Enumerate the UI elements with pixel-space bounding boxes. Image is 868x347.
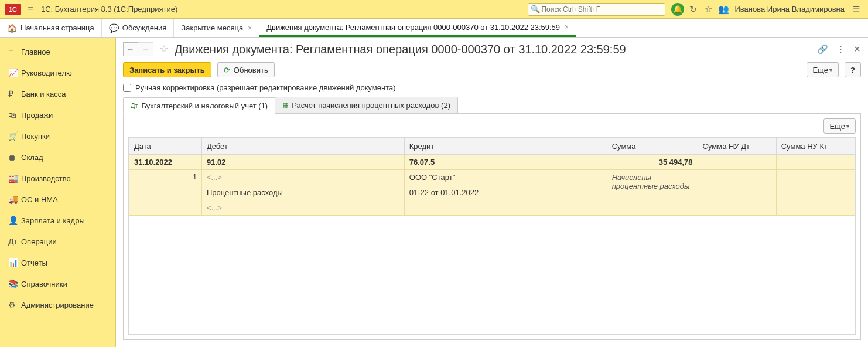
cell-blank [129, 200, 202, 216]
manual-edit-label: Ручная корректировка (разрешает редактир… [135, 83, 396, 92]
nav-back-button[interactable]: ← [123, 42, 138, 56]
favorite-toggle-icon[interactable]: ☆ [159, 43, 169, 56]
books-icon: 📚 [8, 279, 21, 288]
tab-label: Движения документа: Регламентная операци… [266, 23, 560, 32]
col-sum-nu-kt[interactable]: Сумма НУ Кт [776, 138, 855, 155]
sidebar-item-main[interactable]: ≡Главное [0, 41, 115, 62]
dtk-icon: Дт [131, 102, 138, 109]
sidebar-item-admin[interactable]: ⚙Администрирование [0, 294, 115, 315]
truck-icon: 🚚 [8, 195, 21, 204]
col-sum-nu-dt[interactable]: Сумма НУ Дт [698, 138, 776, 155]
link-icon[interactable]: 🔗 [817, 44, 828, 55]
subtabs: Дт Бухгалтерский и налоговый учет (1) ▦ … [123, 97, 861, 114]
search-input[interactable] [528, 3, 665, 16]
tab-home[interactable]: 🏠 Начальная страница [0, 19, 102, 37]
tab-document-movements[interactable]: Движения документа: Регламентная операци… [259, 19, 576, 37]
list-icon: ≡ [8, 47, 21, 56]
sidebar-item-operations[interactable]: ДтОперации [0, 231, 115, 252]
cell-blank [129, 185, 202, 200]
person-icon: 👤 [8, 216, 21, 225]
subtab-label: Бухгалтерский и налоговый учет (1) [142, 101, 268, 110]
cell-blank [404, 200, 607, 216]
refresh-button[interactable]: ⟳Обновить [217, 62, 275, 77]
panel: Еще Дата Дебет Кредит Сумма Сумма НУ Дт [123, 114, 861, 340]
refresh-label: Обновить [234, 66, 268, 74]
subtab-accounting[interactable]: Дт Бухгалтерский и налоговый учет (1) [123, 97, 275, 114]
tab-month-close[interactable]: Закрытие месяца × [174, 19, 259, 37]
gear-icon: ⚙ [8, 300, 21, 309]
cell-debit-acc: 91.02 [201, 155, 404, 170]
sidebar-item-sales[interactable]: 🛍Продажи [0, 104, 115, 125]
sidebar-item-label: Операции [21, 237, 57, 246]
sidebar-item-label: Зарплата и кадры [21, 216, 85, 225]
sidebar-item-label: Администрирование [21, 301, 94, 309]
cell-sum: 35 494,78 [607, 155, 698, 170]
grid-header-row: Дата Дебет Кредит Сумма Сумма НУ Дт Сумм… [129, 138, 855, 155]
grid-row[interactable]: 1 <...> ООО "Старт" Начислены процентные… [129, 170, 855, 185]
cell-debit-sub3: <...> [201, 200, 404, 216]
grid-icon: ▦ [8, 152, 21, 162]
cell-debit-sub1: <...> [201, 170, 404, 185]
sidebar-item-reports[interactable]: 📊Отчеты [0, 252, 115, 273]
global-search[interactable]: 🔍 [528, 3, 665, 16]
sidebar-item-hr[interactable]: 👤Зарплата и кадры [0, 210, 115, 231]
history-icon[interactable]: ↻ [685, 2, 700, 17]
col-date[interactable]: Дата [129, 138, 202, 155]
manual-edit-row: Ручная корректировка (разрешает редактир… [123, 83, 861, 92]
bag-icon: 🛍 [8, 110, 21, 120]
notifications-icon[interactable]: 🔔 [670, 2, 685, 17]
sidebar-item-warehouse[interactable]: ▦Склад [0, 147, 115, 168]
col-debit[interactable]: Дебет [201, 138, 404, 155]
subtab-label: Расчет начисления процентных расходов (2… [292, 101, 450, 110]
kebab-icon[interactable]: ⋮ [836, 44, 845, 55]
home-icon: 🏠 [7, 23, 17, 33]
current-user[interactable]: Иванова Ирина Владимировна [734, 5, 845, 13]
sidebar-item-catalogs[interactable]: 📚Справочники [0, 273, 115, 294]
panel-more-button[interactable]: Еще [823, 118, 856, 134]
save-close-button[interactable]: Записать и закрыть [123, 62, 211, 77]
favorite-icon[interactable]: ☆ [700, 2, 716, 17]
cell-credit-sub1: ООО "Старт" [404, 170, 607, 185]
titlebar: 1С ≡ 1С: Бухгалтерия 8.3 (1С:Предприятие… [0, 0, 868, 19]
table-icon: ▦ [282, 101, 288, 109]
panel-toolbar: Еще [128, 118, 856, 134]
tabstrip: 🏠 Начальная страница 💬 Обсуждения Закрыт… [0, 19, 868, 38]
more-button[interactable]: Еще [807, 62, 839, 77]
sidebar-item-label: Покупки [21, 132, 50, 141]
sidebar-item-label: Продажи [21, 111, 53, 120]
col-credit[interactable]: Кредит [404, 138, 607, 155]
dtk-icon: Дт [8, 237, 21, 246]
cell-line-no: 1 [129, 170, 202, 185]
users-icon[interactable]: 👥 [716, 2, 731, 17]
tab-discussions[interactable]: 💬 Обсуждения [102, 19, 175, 37]
toolbar: Записать и закрыть ⟳Обновить Еще ? [123, 62, 861, 77]
bars-icon: 📊 [8, 258, 21, 267]
main: ≡Главное 📈Руководителю ₽Банк и касса 🛍Пр… [0, 38, 868, 347]
sidebar-item-bank[interactable]: ₽Банк и касса [0, 83, 115, 104]
grid-row[interactable]: 31.10.2022 91.02 76.07.5 35 494,78 [129, 155, 855, 170]
cell-nu-dt [698, 155, 776, 170]
page-title: Движения документа: Регламентная операци… [175, 43, 626, 56]
sidebar-item-production[interactable]: 🏭Производство [0, 168, 115, 189]
close-icon[interactable]: × [565, 23, 569, 31]
help-button[interactable]: ? [845, 62, 861, 77]
ruble-icon: ₽ [8, 89, 21, 98]
manual-edit-checkbox[interactable] [123, 84, 131, 92]
cell-credit-sub2: 01-22 от 01.01.2022 [404, 185, 607, 200]
sidebar-item-label: Справочники [21, 280, 67, 288]
nav-forward-button[interactable]: → [138, 42, 153, 56]
sidebar-item-purchases[interactable]: 🛒Покупки [0, 125, 115, 147]
sidebar-item-label: Банк и касса [21, 90, 66, 98]
sidebar-item-label: Руководителю [21, 69, 72, 77]
window-menu-icon[interactable]: ☰ [848, 2, 863, 17]
menu-hamburger-icon[interactable]: ≡ [25, 4, 36, 15]
subtab-interest-calc[interactable]: ▦ Расчет начисления процентных расходов … [275, 97, 458, 113]
sidebar-item-assets[interactable]: 🚚ОС и НМА [0, 189, 115, 210]
close-icon[interactable]: × [248, 24, 252, 32]
sidebar-item-manager[interactable]: 📈Руководителю [0, 62, 115, 83]
accounting-grid[interactable]: Дата Дебет Кредит Сумма Сумма НУ Дт Сумм… [128, 137, 856, 335]
content: ← → ☆ Движения документа: Регламентная о… [116, 38, 868, 347]
col-sum[interactable]: Сумма [607, 138, 698, 155]
cell-comment: Начислены процентные расходы [607, 170, 698, 216]
close-panel-icon[interactable]: ✕ [853, 44, 861, 55]
